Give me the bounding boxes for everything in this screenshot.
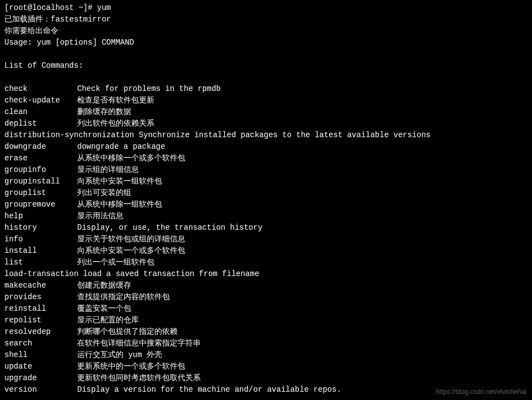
command-name: distribution-synchronization [4,131,134,139]
command-row: check-update检查是否有软件包更新 [4,95,528,106]
command-name: help [4,210,77,222]
command-name: groupremove [4,199,77,210]
command-row: distribution-synchronization Synchronize… [4,129,528,141]
command-name: load-transaction [4,269,78,278]
command-row: clean删除缓存的数据 [4,106,528,118]
command-name: install [4,245,77,257]
command-row: historyDisplay, or use, the transaction … [4,222,528,234]
command-row: list列出一个或一组软件包 [4,257,528,268]
command-description: 列出可安装的组 [77,187,131,199]
command-description: 向系统中安装一组软件包 [77,176,162,187]
command-name: update [4,361,77,372]
command-name: downgrade [4,141,77,153]
command-name: provides [4,291,77,303]
command-row: reinstall覆盖安装一个包 [4,303,528,315]
command-name: history [4,222,77,234]
command-description: 删除缓存的数据 [77,106,131,118]
commands-list: checkCheck for problems in the rpmdbchec… [4,83,528,396]
command-description: 创建元数据缓存 [77,280,131,291]
usage-line: Usage: yum [options] COMMAND [4,37,528,48]
command-row: erase从系统中移除一个或多个软件包 [4,153,528,164]
command-row: grouplist列出可安装的组 [4,187,528,199]
command-description: Synchronize installed packages to the la… [134,131,431,139]
command-name: list [4,257,77,268]
command-row: install向系统中安装一个或多个软件包 [4,245,528,257]
command-row: help显示用法信息 [4,210,528,222]
blank-line [4,72,528,83]
command-name: repolist [4,315,77,326]
command-description: 从系统中移除一组软件包 [77,199,162,210]
command-row: groupinfo显示组的详细信息 [4,164,528,176]
command-description: 覆盖安装一个包 [77,303,131,315]
command-description: 查找提供指定内容的软件包 [77,291,170,303]
command-row: groupinstall向系统中安装一组软件包 [4,176,528,187]
command-description: load a saved transaction from filename [78,269,259,278]
command-name: resolvedep [4,326,77,338]
command-description: 显示已配置的仓库 [77,315,139,326]
command-row: info显示关于软件包或组的详细信息 [4,234,528,245]
command-name: clean [4,106,77,118]
command-name: check-update [4,95,77,106]
command-name: makecache [4,280,77,291]
command-description: 运行交互式的 yum 外壳 [77,349,162,361]
list-of-commands-header: List of Commands: [4,60,528,72]
command-name: version [4,384,77,396]
command-name: deplist [4,118,77,129]
command-name: groupinfo [4,164,77,176]
command-row: repolist显示已配置的仓库 [4,315,528,326]
command-name: erase [4,153,77,164]
command-row: downgradedowngrade a package [4,141,528,153]
command-name: upgrade [4,372,77,384]
command-description: 更新软件包同时考虑软件包取代关系 [77,372,201,384]
need-command-line: 你需要给出命令 [4,25,528,37]
command-name: search [4,338,77,349]
command-name: shell [4,349,77,361]
command-name: check [4,83,77,95]
command-name: grouplist [4,187,77,199]
command-description: 列出软件包的依赖关系 [77,118,154,129]
command-row: search在软件包详细信息中搜索指定字符串 [4,338,528,349]
terminal-output[interactable]: [root@localhost ~]# yum 已加载插件：fastestmir… [4,2,528,396]
plugin-loaded-line: 已加载插件：fastestmirror [4,14,528,25]
command-description: 检查是否有软件包更新 [77,95,154,106]
watermark-text: https://blog.csdn.net/elvishehai [436,387,526,397]
command-description: 显示用法信息 [77,210,123,222]
command-description: 列出一个或一组软件包 [77,257,154,268]
command-description: Check for problems in the rpmdb [77,83,221,95]
command-description: 判断哪个包提供了指定的依赖 [77,326,178,338]
command-row: provides查找提供指定内容的软件包 [4,291,528,303]
prompt-line: [root@localhost ~]# yum [4,2,528,14]
command-row: upgrade更新软件包同时考虑软件包取代关系 [4,372,528,384]
command-description: 更新系统中的一个或多个软件包 [77,361,185,372]
command-name: info [4,234,77,245]
command-row: load-transaction load a saved transactio… [4,268,528,280]
command-description: downgrade a package [77,141,165,153]
command-row: makecache创建元数据缓存 [4,280,528,291]
command-row: resolvedep判断哪个包提供了指定的依赖 [4,326,528,338]
command-description: Display, or use, the transaction history [77,222,262,234]
command-row: shell运行交互式的 yum 外壳 [4,349,528,361]
command-description: 显示组的详细信息 [77,164,139,176]
blank-line [4,48,528,60]
command-description: 显示关于软件包或组的详细信息 [77,234,185,245]
command-row: update更新系统中的一个或多个软件包 [4,361,528,372]
command-row: deplist列出软件包的依赖关系 [4,118,528,129]
command-description: 从系统中移除一个或多个软件包 [77,153,185,164]
command-name: reinstall [4,303,77,315]
command-description: 向系统中安装一个或多个软件包 [77,245,185,257]
command-description: 在软件包详细信息中搜索指定字符串 [77,338,201,349]
command-row: groupremove从系统中移除一组软件包 [4,199,528,210]
command-name: groupinstall [4,176,77,187]
command-description: Display a version for the machine and/or… [77,384,341,396]
command-row: checkCheck for problems in the rpmdb [4,83,528,95]
